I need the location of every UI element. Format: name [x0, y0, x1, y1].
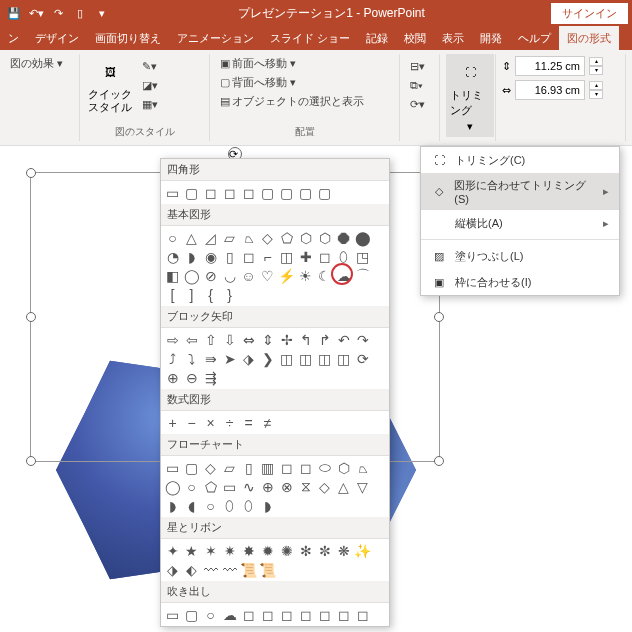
shape-or[interactable]: ⊗: [277, 477, 296, 496]
tab-design[interactable]: デザイン: [27, 26, 87, 50]
shape-arrow-callout2[interactable]: ◫: [296, 349, 315, 368]
shape-divide[interactable]: ÷: [220, 413, 239, 432]
shape-plaque[interactable]: ◻: [315, 247, 334, 266]
tab-developer[interactable]: 開発: [472, 26, 510, 50]
shape-arrow-bent[interactable]: ↰: [296, 330, 315, 349]
tab-help[interactable]: ヘルプ: [510, 26, 559, 50]
shape-bracket2[interactable]: ]: [182, 285, 201, 304]
shape-scroll-h[interactable]: 📜: [258, 560, 277, 579]
selection-pane-button[interactable]: ▤オブジェクトの選択と表示: [216, 92, 393, 111]
picture-border-button[interactable]: ✎▾: [138, 58, 162, 75]
shape-callout-line3[interactable]: ◻: [277, 605, 296, 624]
shape-star10[interactable]: ✹: [258, 541, 277, 560]
shape-doublewave[interactable]: 〰: [220, 560, 239, 579]
shape-terminator[interactable]: ⬭: [315, 458, 334, 477]
shape-ribbon[interactable]: ⬗: [163, 560, 182, 579]
shape-arrow-m2[interactable]: ⊖: [182, 368, 201, 387]
shape-pie[interactable]: ◔: [163, 247, 182, 266]
shape-arrow-lr[interactable]: ⇔: [239, 330, 258, 349]
shape-parallelogram[interactable]: ▱: [220, 228, 239, 247]
shape-stored[interactable]: ◗: [163, 496, 182, 515]
shape-callout-round[interactable]: ▢: [182, 605, 201, 624]
shape-document[interactable]: ◻: [277, 458, 296, 477]
shape-manual[interactable]: ⏢: [353, 458, 372, 477]
shape-heptagon[interactable]: ⬡: [315, 228, 334, 247]
shape-callout-cloud[interactable]: ☁: [220, 605, 239, 624]
resize-handle[interactable]: [26, 456, 36, 466]
tab-record[interactable]: 記録: [358, 26, 396, 50]
shape-blockArc[interactable]: ◡: [220, 266, 239, 285]
shape-callout-line4[interactable]: ◻: [296, 605, 315, 624]
shape-arrow-m3[interactable]: ⇶: [201, 368, 220, 387]
shape-callout-rect[interactable]: ▭: [163, 605, 182, 624]
shape-noSymbol[interactable]: ⊘: [201, 266, 220, 285]
shape-rounded-rect[interactable]: ▢: [182, 183, 201, 202]
align-button[interactable]: ⊟▾: [406, 58, 433, 75]
shape-multidoc[interactable]: ◻: [296, 458, 315, 477]
shape-minus[interactable]: −: [182, 413, 201, 432]
height-spinner[interactable]: ▴▾: [589, 57, 603, 75]
picture-layout-button[interactable]: ▦▾: [138, 96, 162, 113]
width-spinner[interactable]: ▴▾: [589, 81, 603, 99]
fill-menuitem[interactable]: ▨塗りつぶし(L): [421, 243, 619, 269]
start-slideshow-icon[interactable]: ▯: [70, 3, 90, 23]
shape-lightning[interactable]: ⚡: [277, 266, 296, 285]
shape-donut[interactable]: ◯: [182, 266, 201, 285]
shape-equal[interactable]: =: [239, 413, 258, 432]
shape-arrow-down[interactable]: ⇩: [220, 330, 239, 349]
shape-connector[interactable]: ○: [182, 477, 201, 496]
shape-round-rect2[interactable]: ▢: [258, 183, 277, 202]
shape-arrow-circ[interactable]: ⟳: [353, 349, 372, 368]
signin-button[interactable]: サインイン: [551, 3, 628, 24]
shape-delay[interactable]: ◖: [182, 496, 201, 515]
undo-icon[interactable]: ↶▾: [26, 3, 46, 23]
shape-star24[interactable]: ✼: [315, 541, 334, 560]
fit-menuitem[interactable]: ▣枠に合わせる(I): [421, 269, 619, 295]
shape-card[interactable]: ▭: [220, 477, 239, 496]
quick-styles-button[interactable]: 🖼 クイック スタイル: [86, 54, 134, 126]
shape-arrow-callout[interactable]: ◫: [277, 349, 296, 368]
shape-star7[interactable]: ✷: [220, 541, 239, 560]
shape-frame[interactable]: ▯: [220, 247, 239, 266]
shape-notequal[interactable]: ≠: [258, 413, 277, 432]
shape-arrow-callout3[interactable]: ◫: [315, 349, 334, 368]
shape-sort[interactable]: ◇: [315, 477, 334, 496]
shape-arrow-curved[interactable]: ⤵: [182, 349, 201, 368]
shape-triangle[interactable]: △: [182, 228, 201, 247]
shape-manualop[interactable]: ◯: [163, 477, 182, 496]
tab-review[interactable]: 校閲: [396, 26, 434, 50]
shape-arc[interactable]: ⌒: [353, 266, 372, 285]
crop-to-shape-menuitem[interactable]: ◇図形に合わせてトリミング(S)▸: [421, 173, 619, 210]
shape-trapezoid[interactable]: ⏢: [239, 228, 258, 247]
tab-view[interactable]: 表示: [434, 26, 472, 50]
shape-hexagon[interactable]: ⬡: [296, 228, 315, 247]
shape-merge[interactable]: ▽: [353, 477, 372, 496]
shape-cube[interactable]: ◳: [353, 247, 372, 266]
tab-animations[interactable]: アニメーション: [169, 26, 262, 50]
shape-preparation[interactable]: ⬡: [334, 458, 353, 477]
send-backward-button[interactable]: ▢背面へ移動 ▾: [216, 73, 393, 92]
shape-sumj[interactable]: ⊕: [258, 477, 277, 496]
crop-menuitem[interactable]: ⛶トリミング(C): [421, 147, 619, 173]
picture-effects2-button[interactable]: ◪▾: [138, 77, 162, 94]
shape-decagon[interactable]: ⬤: [353, 228, 372, 247]
aspect-ratio-menuitem[interactable]: 縦横比(A)▸: [421, 210, 619, 236]
shape-display[interactable]: ◗: [258, 496, 277, 515]
shape-arrow-chevron[interactable]: ❯: [258, 349, 277, 368]
shape-cloud[interactable]: ☁: [334, 266, 353, 285]
shape-halfframe[interactable]: ◻: [239, 247, 258, 266]
shape-star5[interactable]: ★: [182, 541, 201, 560]
shape-snip-rect[interactable]: ◻: [201, 183, 220, 202]
tab-home-partial[interactable]: ン: [0, 26, 27, 50]
height-field[interactable]: [515, 56, 585, 76]
shape-rtriangle[interactable]: ◿: [201, 228, 220, 247]
shape-arrow-m1[interactable]: ⊕: [163, 368, 182, 387]
shape-arrow-bent2[interactable]: ↱: [315, 330, 334, 349]
shape-arrow-right[interactable]: ⇨: [163, 330, 182, 349]
shape-plus[interactable]: +: [163, 413, 182, 432]
shape-internal[interactable]: ▥: [258, 458, 277, 477]
shape-arrow-pentagon[interactable]: ⬗: [239, 349, 258, 368]
shape-bracket[interactable]: [: [163, 285, 182, 304]
shape-wave[interactable]: 〰: [201, 560, 220, 579]
tab-slideshow[interactable]: スライド ショー: [262, 26, 358, 50]
